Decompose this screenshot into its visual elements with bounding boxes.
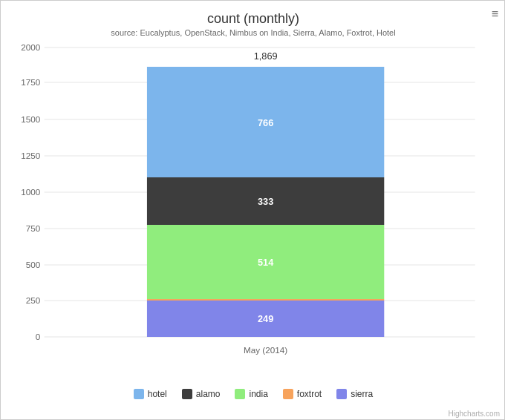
y-label-1000: 1000 bbox=[21, 188, 40, 197]
legend-label-sierra: sierra bbox=[351, 389, 373, 399]
chart-container: count (monthly) source: Eucalyptus, Open… bbox=[1, 1, 505, 420]
legend-swatch-foxtrot bbox=[283, 389, 293, 399]
bar-alamo-label: 333 bbox=[258, 197, 273, 207]
y-label-1250: 1250 bbox=[21, 151, 40, 160]
y-label-750: 750 bbox=[26, 224, 41, 233]
legend-item-sierra: sierra bbox=[336, 389, 373, 399]
chart-title: count (monthly) bbox=[1, 1, 505, 28]
y-label-1750: 1750 bbox=[21, 78, 40, 87]
y-label-1500: 1500 bbox=[21, 115, 40, 124]
legend-item-alamo: alamo bbox=[182, 389, 221, 399]
chart-subtitle: source: Eucalyptus, OpenStack, Nimbus on… bbox=[1, 28, 505, 37]
bar-india-label: 514 bbox=[258, 257, 273, 268]
legend-item-foxtrot: foxtrot bbox=[283, 389, 322, 399]
legend-item-india: india bbox=[235, 389, 267, 399]
y-label-2000: 2000 bbox=[21, 43, 40, 52]
chart-svg: 2000 1750 1500 1250 1000 750 500 250 bbox=[1, 40, 491, 359]
legend-item-hotel: hotel bbox=[134, 389, 167, 399]
highcharts-credit: Highcharts.com bbox=[449, 410, 500, 418]
y-label-0: 0 bbox=[36, 332, 41, 341]
legend-label-hotel: hotel bbox=[148, 389, 167, 399]
chart-legend: hotel alamo india foxtrot sierra bbox=[1, 389, 505, 402]
legend-label-alamo: alamo bbox=[196, 389, 221, 399]
menu-icon[interactable]: ≡ bbox=[492, 8, 498, 20]
legend-swatch-alamo bbox=[182, 389, 192, 399]
y-label-500: 500 bbox=[26, 260, 41, 269]
legend-swatch-india bbox=[235, 389, 245, 399]
legend-label-foxtrot: foxtrot bbox=[297, 389, 322, 399]
bar-total-label: 1,869 bbox=[254, 51, 278, 62]
bar-hotel-label: 766 bbox=[258, 118, 273, 128]
legend-swatch-hotel bbox=[134, 389, 144, 399]
y-label-250: 250 bbox=[26, 296, 41, 305]
legend-label-india: india bbox=[249, 389, 267, 399]
bar-sierra-label: 249 bbox=[258, 314, 273, 324]
x-axis-label: May (2014) bbox=[244, 346, 287, 355]
legend-swatch-sierra bbox=[336, 389, 347, 399]
